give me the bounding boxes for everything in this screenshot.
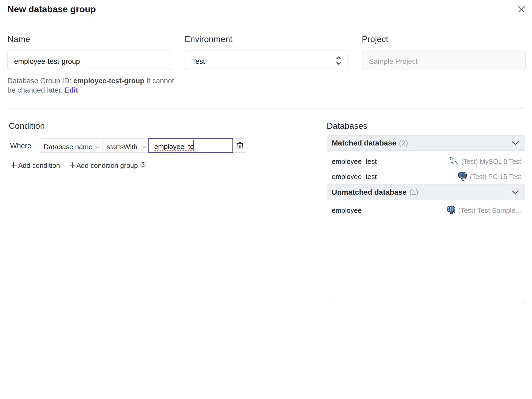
svg-text:?: ? [142,163,144,167]
